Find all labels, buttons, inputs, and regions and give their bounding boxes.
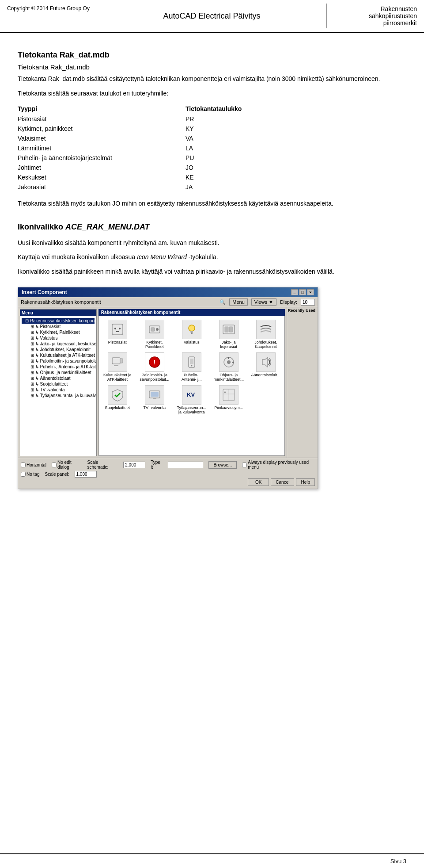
icon-item-pistorasiat[interactable]: Pistorasiat — [102, 320, 132, 344]
action-row: OK Cancel Help — [18, 478, 318, 489]
table-row: Puhelin- ja äänentoistojärjestelmät PU — [18, 153, 406, 163]
svg-point-1 — [114, 328, 116, 329]
window-titlebar: Insert Component _ □ × — [18, 287, 318, 297]
icon-box: KV — [182, 385, 201, 405]
no-tag-check-label: No tag — [21, 472, 39, 477]
icon-item-kytkimet[interactable]: Kytkimet, Painikkeet — [140, 320, 170, 349]
section1-title1: Tietokanta Rak_dat.mdb — [18, 50, 406, 60]
row6-right: JO — [186, 164, 406, 171]
display-label: Display: — [280, 299, 297, 305]
type-it-input[interactable] — [168, 462, 203, 468]
tree-root[interactable]: ⊟ Rakennussähköistyksen komponentit — [22, 318, 95, 324]
display-input[interactable] — [301, 299, 315, 306]
section1-intro: Tietokanta Rak_dat.mdb sisältää esitäyte… — [18, 74, 406, 84]
icon-box — [256, 320, 276, 339]
icon-item-suojelu[interactable]: Suojelulaitteet — [102, 385, 132, 410]
icon-item-tv[interactable]: TV -valvonta — [140, 385, 170, 410]
scale-panel-input[interactable] — [75, 471, 97, 478]
icon-label: Kytkimet, Painikkeet — [140, 340, 170, 349]
main-content: Tietokanta Rak_dat.mdb Tietokanta Rak_da… — [0, 33, 424, 514]
header-right: Rakennusten sähköpiirustusten piirrosmer… — [327, 4, 424, 28]
tree-item[interactable]: ⊞ ↳ Pistorasiat — [27, 324, 95, 329]
always-display-checkbox[interactable] — [242, 463, 247, 467]
ok-button[interactable]: OK — [248, 478, 269, 486]
icon-label: Suojelulaitteet — [105, 405, 130, 410]
table-row: Jakorasiat JA — [18, 182, 406, 192]
browse-button[interactable]: Browse... — [208, 461, 237, 469]
tree-item[interactable]: ⊞ ↳ Työajanseuranta- ja kuluvalvonta — [27, 393, 95, 398]
svg-rect-13 — [112, 358, 120, 364]
status-bar: Horizontal No edit dialog Scale schemati… — [18, 458, 318, 478]
icon-label: Paloilmoitin- ja savunpoistolait... — [140, 373, 170, 382]
maximize-button[interactable]: □ — [299, 289, 306, 295]
tree-item[interactable]: ⊞ ↳ Suojelulaitteet — [27, 381, 95, 387]
tree-item[interactable]: ⊞ ↳ Paloilmoitin- ja savunpoistolaitteet — [27, 358, 95, 364]
cancel-button[interactable]: Cancel — [271, 478, 294, 486]
svg-rect-15 — [120, 359, 123, 363]
no-edit-label: No edit dialog — [57, 460, 82, 470]
left-panel: Menu ⊟ Rakennussähköistyksen komponentit… — [20, 309, 97, 456]
icon-item-tyoaika[interactable]: KV Työajanseuran... ja kuluvalvonta — [177, 385, 207, 414]
tree-item[interactable]: ⊞ ↳ Kulutuslaiteet ja ATK-laitteet — [27, 352, 95, 358]
section2-title-em: ACE_RAK_MENU.DAT — [65, 222, 150, 231]
icon-item-valaistus[interactable]: Valaistus — [177, 320, 207, 344]
left-panel-title: Menu — [20, 310, 96, 316]
table-row: Valaisimet VA — [18, 134, 406, 143]
icon-box — [182, 352, 201, 372]
tree-item[interactable]: ⊞ ↳ Äänentoistolaat — [27, 375, 95, 381]
menu-button[interactable]: Menu — [229, 298, 248, 306]
tree-item[interactable]: ⊞ ↳ Jako- ja kojerasiat, keskukset — [27, 341, 95, 347]
tree-item[interactable]: ⊞ ↳ Ohjaus- ja merkintälaitteet — [27, 370, 95, 375]
section2-text2-em: Icon Menu Wizard — [137, 253, 187, 260]
minimize-button[interactable]: _ — [291, 289, 298, 295]
always-display-text: Always display previously used menu — [248, 460, 315, 470]
svg-rect-27 — [151, 392, 159, 397]
scale-schematic-input[interactable] — [123, 462, 145, 468]
icon-row-3: Suojelulaitteet TV -valvonta KV — [102, 385, 281, 414]
icon-box: ≡ — [219, 385, 238, 405]
table-row: Kytkimet, painikkeet KY — [18, 124, 406, 134]
tree-item[interactable]: ⊞ ↳ TV -valvonta — [27, 387, 95, 393]
horizontal-checkbox[interactable] — [21, 463, 26, 467]
row8-left: Jakorasiat — [18, 184, 186, 191]
toolbar-icon: 🔍 — [220, 299, 226, 305]
no-tag-checkbox[interactable] — [21, 472, 26, 477]
page-footer: Sivu 3 — [0, 853, 424, 868]
tree-item[interactable]: ⊞ ↳ Puhelin-, Antenni- ja ATK-laitteet — [27, 364, 95, 370]
help-button[interactable]: Help — [296, 478, 315, 486]
row8-right: JA — [186, 184, 406, 191]
no-edit-checkbox[interactable] — [52, 463, 57, 467]
row4-left: Lämmittimet — [18, 145, 186, 152]
icon-item-kulutuslaiteet[interactable]: Kulutuslaiteet ja ATK-laitteet — [102, 352, 132, 382]
svg-rect-28 — [153, 398, 156, 399]
icon-row-1: Pistorasiat Kytkimet, Painikkeet — [102, 320, 281, 349]
icon-item-puhelin[interactable]: Puhelin-, Antenni- j... — [177, 352, 207, 382]
row7-right: KE — [186, 174, 406, 181]
icon-item-jakorasiat[interactable]: Jako- ja kojerasiat — [214, 320, 244, 349]
screenshot: Insert Component _ □ × Rakennussähköisty… — [18, 287, 318, 489]
icon-box — [108, 385, 127, 405]
row3-right: VA — [186, 135, 406, 142]
row1-right: PR — [186, 115, 406, 122]
icon-label: Työajanseuran... ja kuluvalvonta — [177, 405, 207, 414]
page-number: Sivu 3 — [390, 858, 406, 864]
close-button[interactable]: × — [307, 289, 314, 295]
icon-label: Kulutuslaiteet ja ATK-laitteet — [102, 373, 132, 382]
icon-item-aanen[interactable]: Äänentoistolait... — [251, 352, 281, 377]
views-button[interactable]: Views ▼ — [251, 298, 276, 306]
extra-text: Tietokanta sisältää myös taulukon JO mih… — [18, 199, 406, 208]
icon-item-ohjaus[interactable]: Ohjaus- ja merkintälaitteet... — [214, 352, 244, 382]
icon-item-piirikaavio[interactable]: ≡ Piirikaaviosym... — [214, 385, 244, 410]
row6-left: Johtimet — [18, 164, 186, 171]
tree-item[interactable]: ⊞ ↳ Johdotukset, Kaapeloinnit — [27, 347, 95, 352]
icon-item-johdotukset[interactable]: Johdotukset, Kaapeloinnit — [251, 320, 281, 349]
icon-item-paloilmoitin[interactable]: ! Paloilmoitin- ja savunpoistolait... — [140, 352, 170, 382]
tree-sub: ⊞ ↳ Pistorasiat ⊞ ↳ Kytkimet, Painikkeet… — [22, 324, 95, 398]
always-display-label: Always display previously used menu — [242, 460, 315, 470]
horizontal-label: Horizontal — [26, 463, 46, 467]
tree-item[interactable]: ⊞ ↳ Valaistus — [27, 335, 95, 341]
tree-item[interactable]: ⊞ ↳ Kytkimet, Painikkeet — [27, 329, 95, 335]
section2-title: Ikonivalikko ACE_RAK_MENU.DAT — [18, 222, 406, 232]
window-title: Insert Component — [22, 289, 67, 295]
icon-box — [219, 352, 238, 372]
